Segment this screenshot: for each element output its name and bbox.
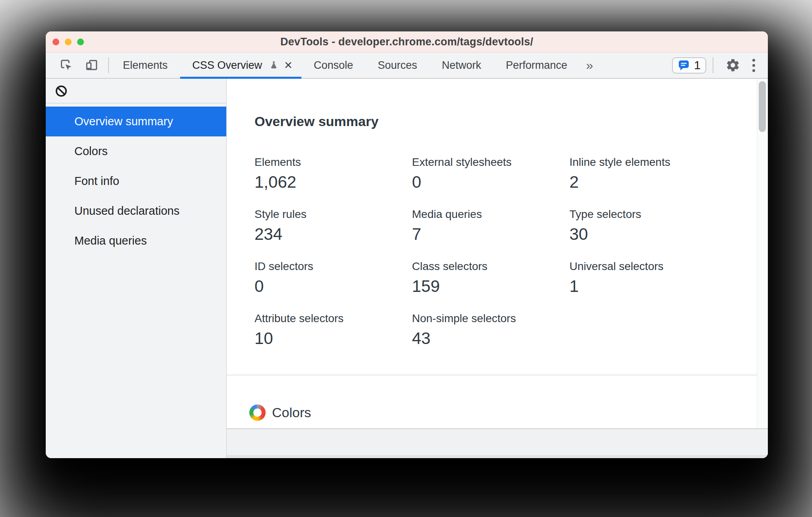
stat-type-selectors: Type selectors 30 [569, 208, 757, 244]
stat-label: Type selectors [569, 208, 757, 221]
stat-value: 1,062 [254, 172, 412, 192]
stat-label: Attribute selectors [254, 312, 412, 325]
tab-label: Network [442, 59, 481, 72]
stat-value: 10 [254, 328, 412, 348]
horizontal-scrollbar-track[interactable] [227, 455, 768, 458]
devtools-window: DevTools - developer.chrome.com/tags/dev… [46, 31, 768, 458]
stat-value: 0 [412, 172, 569, 192]
close-tab-icon[interactable]: ✕ [284, 60, 293, 70]
more-options-kebab-icon[interactable] [748, 56, 759, 74]
sidebar-item-font-info[interactable]: Font info [46, 166, 226, 196]
stat-value: 43 [412, 328, 569, 348]
sidebar-item-label: Unused declarations [74, 204, 179, 218]
stat-label: Elements [254, 155, 412, 169]
toolbar-divider [108, 57, 109, 73]
stat-label: Style rules [254, 208, 412, 221]
stat-attribute-selectors: Attribute selectors 10 [254, 312, 412, 348]
window-titlebar: DevTools - developer.chrome.com/tags/dev… [46, 31, 768, 52]
stat-media-queries: Media queries 7 [412, 208, 569, 244]
tab-console[interactable]: Console [301, 52, 365, 78]
sidebar-item-unused-declarations[interactable]: Unused declarations [46, 196, 226, 226]
stat-value: 7 [412, 224, 569, 244]
stat-external-stylesheets: External stylesheets 0 [412, 155, 569, 192]
stat-value: 159 [412, 276, 569, 296]
sidebar-item-list: Overview summary Colors Font info Unused… [46, 103, 226, 256]
sidebar-item-label: Font info [74, 175, 119, 188]
css-overview-sidebar: Overview summary Colors Font info Unused… [46, 79, 227, 458]
tab-performance[interactable]: Performance [493, 52, 580, 78]
stat-empty-cell [569, 312, 757, 348]
stat-universal-selectors: Universal selectors 1 [569, 260, 757, 296]
colors-section-title: Colors [272, 405, 311, 420]
stat-id-selectors: ID selectors 0 [254, 260, 412, 296]
vertical-scrollbar[interactable] [757, 79, 768, 428]
stat-value: 30 [569, 224, 757, 244]
css-overview-content: Overview summary Elements 1,062 External… [227, 79, 768, 458]
tabbar-right-tools: 1 [672, 52, 768, 78]
sidebar-item-overview-summary[interactable]: Overview summary [46, 107, 226, 136]
stat-label: ID selectors [254, 260, 412, 273]
stat-label: Inline style elements [569, 155, 757, 169]
chat-bubble-icon [678, 60, 690, 71]
desktop-background: DevTools - developer.chrome.com/tags/dev… [0, 0, 812, 517]
tab-label: Elements [123, 59, 168, 72]
stat-class-selectors: Class selectors 159 [412, 260, 569, 296]
sidebar-toolbar [46, 79, 226, 103]
devtools-tabbar: Elements CSS Overview ✕ Console Sources [46, 52, 768, 79]
stat-value: 234 [254, 224, 412, 244]
stat-style-rules: Style rules 234 [254, 208, 412, 244]
overview-scroll-area[interactable]: Overview summary Elements 1,062 External… [227, 79, 757, 428]
stat-label: Non-simple selectors [412, 312, 569, 325]
overview-summary-heading: Overview summary [254, 113, 757, 129]
tab-css-overview[interactable]: CSS Overview ✕ [180, 52, 301, 78]
tab-label: CSS Overview [192, 59, 262, 72]
settings-gear-icon[interactable] [725, 58, 740, 73]
panel-tabs: Elements CSS Overview ✕ Console Sources [111, 52, 598, 78]
content-footer-bar [227, 428, 768, 455]
stat-label: Class selectors [412, 260, 569, 273]
stat-inline-style-elements: Inline style elements 2 [569, 155, 757, 192]
inspect-element-icon[interactable] [59, 58, 74, 73]
devtools-main: Overview summary Colors Font info Unused… [46, 79, 768, 458]
stat-elements: Elements 1,062 [254, 155, 412, 192]
tab-network[interactable]: Network [429, 52, 493, 78]
tab-elements[interactable]: Elements [111, 52, 180, 78]
window-title: DevTools - developer.chrome.com/tags/dev… [46, 36, 768, 48]
sidebar-item-label: Overview summary [74, 115, 173, 128]
tabbar-left-tools [46, 52, 109, 78]
tab-label: Sources [378, 59, 417, 72]
scrollbar-thumb[interactable] [759, 81, 766, 132]
colors-section-header: Colors [249, 404, 757, 421]
more-tabs-chevron-icon[interactable]: » [581, 52, 599, 78]
summary-stats-grid: Elements 1,062 External stylesheets 0 In… [254, 155, 757, 348]
stat-value: 2 [569, 172, 757, 192]
stat-label: External stylesheets [412, 155, 569, 169]
issues-counter-button[interactable]: 1 [672, 57, 706, 74]
stat-value: 0 [254, 276, 412, 296]
tab-label: Performance [506, 59, 567, 72]
issues-count: 1 [694, 58, 701, 72]
device-toolbar-icon[interactable] [84, 58, 99, 73]
clear-overview-block-icon[interactable] [54, 84, 68, 98]
stat-label: Universal selectors [569, 260, 757, 273]
experiment-flask-icon [268, 60, 279, 71]
sidebar-item-colors[interactable]: Colors [46, 136, 226, 166]
tab-sources[interactable]: Sources [365, 52, 429, 78]
stat-value: 1 [569, 276, 757, 296]
stat-label: Media queries [412, 208, 569, 221]
section-divider [227, 375, 757, 375]
stat-non-simple-selectors: Non-simple selectors 43 [412, 312, 569, 348]
color-wheel-icon [249, 404, 266, 421]
toolbar-divider [713, 57, 713, 73]
sidebar-item-label: Colors [74, 145, 108, 158]
sidebar-item-label: Media queries [74, 234, 147, 247]
tab-label: Console [314, 59, 353, 72]
sidebar-item-media-queries[interactable]: Media queries [46, 226, 226, 256]
